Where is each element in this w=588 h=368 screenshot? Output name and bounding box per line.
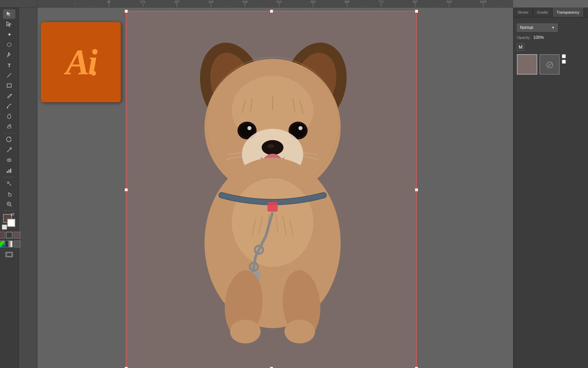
screen-mode-button[interactable] — [3, 250, 15, 260]
color-mode-button[interactable] — [0, 241, 5, 247]
handle-bottom-right[interactable] — [415, 367, 418, 368]
tab-stroke[interactable]: Stroke — [513, 7, 533, 17]
tab-gradient[interactable]: Gradie — [533, 7, 553, 17]
checkbox-invert — [562, 60, 566, 64]
svg-point-5 — [7, 114, 11, 119]
toolbar-divider-2 — [3, 177, 15, 177]
svg-point-4 — [7, 107, 8, 108]
blob-brush-tool[interactable] — [3, 111, 15, 121]
panel-tabs: Stroke Gradie Transparency — [513, 7, 588, 17]
chart-tool[interactable] — [3, 166, 15, 175]
transparency-panel-content: Normal ▼ Opacity: 100% M ⊘ — [513, 17, 588, 81]
paintbrush-tool[interactable] — [3, 101, 15, 111]
blend-mode-dropdown[interactable]: Normal ▼ — [517, 24, 558, 32]
svg-rect-9 — [7, 171, 8, 173]
right-panel: Stroke Gradie Transparency Normal ▼ Opac… — [513, 7, 588, 368]
svg-line-2 — [7, 73, 11, 77]
svg-rect-10 — [9, 170, 10, 173]
mask-thumbnail[interactable]: ⊘ — [539, 54, 560, 75]
left-ruler — [19, 7, 37, 368]
opacity-value[interactable]: 100% — [533, 35, 545, 40]
top-ruler — [37, 0, 513, 7]
toolbar-divider-1 — [3, 133, 15, 133]
magic-wand-tool[interactable]: ✦ — [3, 30, 15, 39]
handle-mid-bottom[interactable] — [270, 367, 273, 368]
scale-tool[interactable] — [3, 145, 15, 155]
no-mask-icon: ⊘ — [545, 59, 554, 71]
make-mask-row: M — [517, 43, 585, 51]
ruler-corner — [0, 0, 37, 7]
lasso-tool[interactable] — [3, 40, 15, 49]
shape-builder-tool[interactable] — [3, 155, 15, 165]
svg-point-45 — [284, 320, 315, 343]
fill-stroke-row — [0, 232, 20, 239]
tab-transparency[interactable]: Transparency — [553, 7, 584, 17]
default-colors-button[interactable]: ⬜ — [2, 225, 7, 230]
text-tool[interactable]: T — [3, 60, 15, 70]
artboard — [126, 11, 417, 368]
make-mask-button[interactable]: M — [517, 43, 524, 51]
clip-checkbox[interactable] — [562, 54, 566, 58]
color-swatches: ⇄ ⬜ — [2, 214, 17, 229]
handle-bottom-left[interactable] — [125, 367, 128, 368]
svg-rect-11 — [10, 169, 11, 173]
mode-row — [0, 241, 20, 247]
ai-logo-dot — [91, 71, 96, 76]
svg-point-1 — [8, 52, 10, 54]
toolbar: ✦ T — [0, 7, 19, 368]
rect-tool[interactable] — [3, 81, 15, 90]
dropdown-arrow: ▼ — [552, 26, 555, 29]
rotate-tool[interactable] — [3, 135, 15, 144]
opacity-label: Opacity: — [517, 35, 530, 40]
invert-checkbox[interactable] — [562, 60, 566, 64]
none-mode-button[interactable] — [14, 241, 20, 247]
zoom-tool[interactable] — [3, 199, 15, 209]
eraser-tool[interactable] — [3, 122, 15, 131]
dog-illustration — [160, 32, 385, 359]
object-thumbnail[interactable] — [517, 54, 537, 75]
svg-point-37 — [232, 178, 313, 267]
svg-point-27 — [247, 126, 251, 130]
hand-tool[interactable] — [3, 189, 15, 199]
svg-rect-38 — [267, 202, 278, 212]
none-button[interactable] — [14, 232, 20, 239]
handle-mid-left[interactable] — [125, 188, 128, 191]
background-swatch[interactable] — [7, 219, 15, 227]
svg-point-0 — [7, 43, 11, 46]
handle-mid-top[interactable] — [270, 10, 273, 13]
svg-point-43 — [230, 320, 261, 343]
ruler-top-canvas — [75, 0, 513, 7]
thumbnail-row: ⊘ — [517, 54, 585, 75]
gradient-mode-button[interactable] — [6, 241, 13, 247]
pencil-tool[interactable] — [3, 91, 15, 101]
line-tool[interactable] — [3, 71, 15, 80]
handle-mid-right[interactable] — [415, 188, 418, 191]
selection-tool[interactable] — [3, 9, 15, 19]
toolbar-divider-3 — [3, 211, 15, 211]
slice-tool[interactable] — [3, 179, 15, 188]
direct-selection-tool[interactable] — [3, 19, 15, 29]
stroke-color-button[interactable] — [6, 232, 13, 239]
checkbox-clip — [562, 54, 566, 58]
svg-line-13 — [10, 205, 12, 206]
blend-mode-row: Normal ▼ — [517, 24, 585, 32]
opacity-row: Opacity: 100% — [517, 35, 585, 40]
svg-rect-17 — [7, 253, 12, 256]
ai-logo: A i — [41, 22, 121, 102]
handle-top-left[interactable] — [125, 10, 128, 13]
fill-color-button[interactable] — [0, 232, 5, 239]
svg-point-30 — [298, 126, 303, 130]
svg-rect-6 — [7, 126, 11, 128]
svg-rect-3 — [7, 84, 11, 87]
swap-colors-button[interactable]: ⇄ — [11, 212, 14, 217]
pen-tool[interactable] — [3, 50, 15, 60]
handle-top-right[interactable] — [415, 10, 418, 13]
options-column — [562, 54, 566, 64]
svg-point-33 — [267, 144, 274, 148]
